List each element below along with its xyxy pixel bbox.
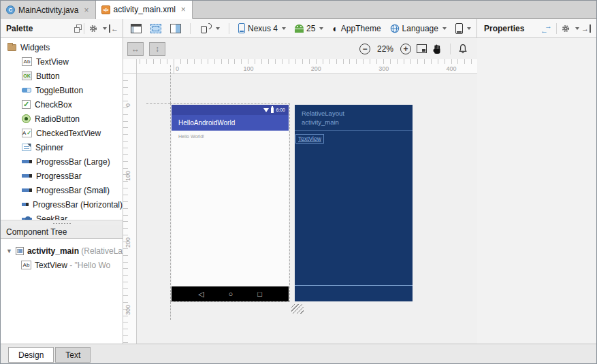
ruler-tick [123, 154, 128, 155]
ruler-tick [417, 59, 418, 64]
properties-settings-button[interactable] [559, 22, 581, 35]
app-title: HelloAndroidWorld [178, 119, 235, 127]
blueprint-textview[interactable]: TextView [295, 134, 324, 144]
ruler-tick [201, 59, 201, 64]
palette-item-spinner[interactable]: Spinner [1, 140, 123, 154]
show-both-button[interactable] [168, 22, 183, 35]
device-frame-icon [455, 23, 463, 34]
palette-item-progressbar[interactable]: ProgressBar [1, 169, 123, 183]
back-icon: ◁ [198, 291, 204, 298]
phone-nav-bar: ◁○□ [172, 286, 289, 301]
design-mode-icon [131, 24, 142, 33]
hide-panel-icon[interactable]: → [581, 24, 591, 33]
phone-body[interactable]: Hello World! [172, 131, 289, 286]
bottom-tab-text[interactable]: Text [55, 347, 91, 363]
theme-label: AppTheme [341, 24, 381, 33]
palette-item-progressbar-large-[interactable]: ProgressBar (Large) [1, 154, 123, 169]
palette-settings-button[interactable] [86, 22, 109, 35]
design-view[interactable]: 6:00 HelloAndroidWorld Hello World! ◁○□ [172, 105, 289, 301]
ruler-corner [123, 59, 137, 74]
ruler-tick [123, 127, 128, 128]
ruler-tick [457, 59, 458, 64]
palette-item-button[interactable]: OKButton [1, 69, 123, 83]
palette-item-radiobutton[interactable]: RadioButton [1, 112, 123, 126]
blueprint-root-id: activity_main [302, 118, 344, 127]
ruler-label: 200 [125, 237, 131, 248]
language-selector-button[interactable]: Language [388, 22, 449, 35]
bottom-tab-bar: DesignText [1, 344, 596, 364]
ruler-tick [140, 59, 140, 64]
status-time: 6:00 [276, 107, 285, 112]
device-preview-button[interactable] [453, 22, 473, 35]
textview-icon: Ab [22, 57, 32, 66]
swap-arrows-icon[interactable]: →← [540, 24, 554, 33]
resize-handle[interactable] [291, 304, 304, 314]
zoom-in-button[interactable]: + [400, 44, 411, 54]
ruler-tick [208, 59, 208, 64]
close-icon[interactable]: × [181, 5, 186, 14]
class-icon: C [6, 5, 15, 14]
palette-item-progressbar-horizontal-[interactable]: ProgressBar (Horizontal) [1, 197, 123, 212]
ruler-tick [187, 59, 188, 64]
ruler-tick [123, 80, 128, 81]
ruler-tick [123, 148, 128, 148]
item-label: ToggleButton [35, 86, 83, 95]
palette-item-progressbar-small-[interactable]: ProgressBar (Small) [1, 183, 123, 197]
separator [190, 23, 191, 34]
show-design-button[interactable] [129, 22, 144, 35]
palette-item-togglebutton[interactable]: ToggleButton [1, 83, 123, 97]
pan-button[interactable] [432, 44, 442, 54]
guide-line [170, 65, 171, 103]
ruler-tick [397, 59, 398, 64]
ruler-tick [123, 141, 128, 142]
zoom-to-fit-button[interactable] [417, 44, 427, 53]
palette-item-checkedtextview[interactable]: A✓CheckedTextView [1, 126, 123, 140]
tree-node-TextView[interactable]: AbTextView - "Hello Wo [1, 258, 123, 272]
properties-title: Properties [484, 24, 524, 33]
item-label: CheckBox [35, 100, 72, 110]
palette-item-checkbox[interactable]: ✓CheckBox [1, 97, 123, 112]
item-label: ProgressBar (Horizontal) [33, 200, 123, 210]
blueprint-content: TextView [295, 130, 413, 286]
separator [556, 23, 557, 34]
close-icon[interactable]: × [84, 5, 88, 15]
editor-tab-activity_main.xml[interactable]: </>activity_main.xml× [96, 1, 193, 19]
blueprint-header: RelativeLayout activity_main [302, 109, 344, 127]
orientation-button[interactable] [197, 22, 222, 35]
expand-arrow-icon[interactable]: ▼ [6, 248, 12, 254]
chevron-down-icon [319, 27, 323, 30]
dock-left-icon[interactable]: ← [109, 24, 118, 33]
bottom-tab-design[interactable]: Design [8, 347, 54, 363]
panel-splitter[interactable] [1, 220, 123, 225]
editor-tab-MainActivity.java[interactable]: CMainActivity.java× [1, 1, 96, 19]
chevron-down-icon [103, 27, 107, 30]
ruler-tick [302, 59, 303, 64]
ruler-tick [349, 59, 350, 64]
ruler-label: 0 [176, 65, 179, 72]
ruler-tick [123, 168, 128, 169]
palette-title: Palette [6, 24, 33, 33]
phone-status-bar: 6:00 [172, 105, 289, 115]
show-blueprint-button[interactable] [148, 22, 163, 35]
zoom-out-button[interactable]: − [359, 44, 370, 54]
tab-label: activity_main.xml [114, 5, 176, 14]
guide-line [170, 302, 171, 320]
ruler-tick [123, 107, 128, 108]
ruler-tick [261, 59, 262, 64]
ruler-label: 300 [378, 65, 389, 72]
item-label: CheckedTextView [36, 129, 101, 138]
copy-icon[interactable] [74, 24, 82, 33]
theme-selector-button[interactable]: ◐ AppTheme [330, 22, 383, 35]
ruler-tick [123, 329, 128, 329]
device-selector-button[interactable]: Nexus 4 [236, 22, 288, 35]
palette-group-widgets[interactable]: Widgets [1, 40, 123, 54]
blueprint-view[interactable]: RelativeLayout activity_main TextView [295, 105, 413, 301]
hello-world-textview[interactable]: Hello World! [178, 134, 204, 139]
palette-item-textview[interactable]: AbTextView [1, 54, 123, 69]
notifications-bell-icon[interactable] [458, 44, 468, 54]
tree-node-activity_main[interactable]: ▼activity_main (RelativeLa [1, 244, 123, 258]
ruler-tick [180, 59, 181, 64]
api-selector-button[interactable]: 25 [293, 22, 325, 35]
palette-item-seekbar[interactable]: SeekBar [1, 212, 123, 220]
ruler-tick [323, 59, 323, 64]
